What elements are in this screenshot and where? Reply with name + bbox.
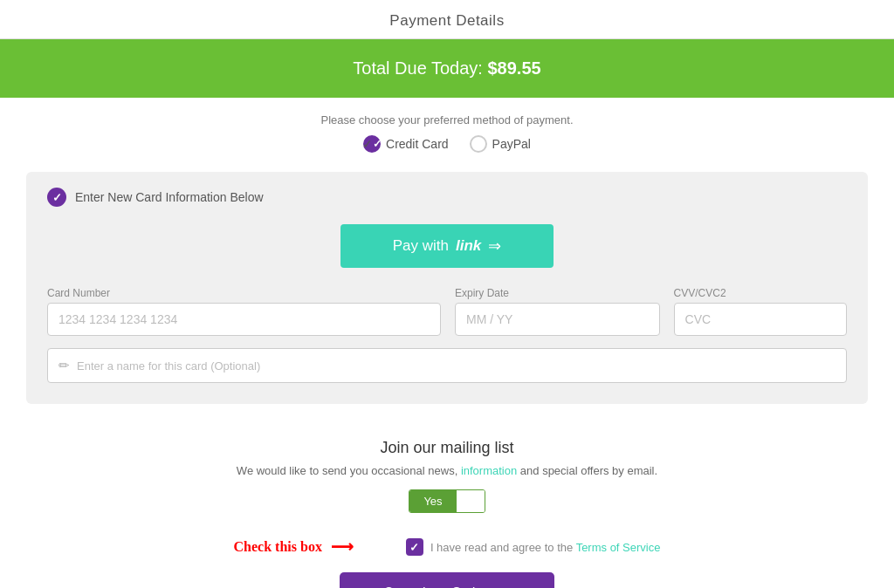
terms-row: Check this box ⟶ ✓ I have read and agree… xyxy=(0,537,894,557)
card-info-header: ✓ Enter New Card Information Below xyxy=(47,188,847,207)
pay-with-link-button[interactable]: Pay with link ⇒ xyxy=(340,224,554,268)
mailing-section: Join our mailing list We would like to s… xyxy=(0,420,894,537)
paypal-option[interactable]: PayPal xyxy=(470,135,531,153)
pay-with-link-container: Pay with link ⇒ xyxy=(47,224,847,268)
mailing-desc-link[interactable]: information xyxy=(461,464,517,477)
card-fields: Card Number Expiry Date CVV/CVC2 xyxy=(47,287,847,336)
terms-checkbox[interactable]: ✓ xyxy=(406,538,423,556)
yes-button[interactable]: Yes xyxy=(409,490,456,512)
payment-method-section: Please choose your preferred method of p… xyxy=(0,98,894,161)
card-info-box: ✓ Enter New Card Information Below Pay w… xyxy=(26,172,868,404)
card-name-input[interactable] xyxy=(77,359,836,373)
page-title: Payment Details xyxy=(0,12,894,30)
mailing-description: We would like to send you occasional new… xyxy=(0,464,894,477)
hint-text: Check this box xyxy=(234,539,322,555)
mailing-desc-part1: We would like to send you occasional new… xyxy=(237,464,457,477)
paypal-radio[interactable] xyxy=(470,135,487,153)
card-number-label: Card Number xyxy=(47,287,441,299)
terms-of-service-link[interactable]: Terms of Service xyxy=(576,541,661,554)
paypal-label: PayPal xyxy=(492,137,531,151)
link-arrow: ⇒ xyxy=(488,236,501,256)
total-banner: Total Due Today: $89.55 xyxy=(0,39,894,98)
total-amount: $89.55 xyxy=(488,58,541,78)
card-number-group: Card Number xyxy=(47,287,441,336)
cvv-input[interactable] xyxy=(674,303,847,336)
terms-text: I have read and agree to the Terms of Se… xyxy=(430,541,661,554)
card-info-label: Enter New Card Information Below xyxy=(75,190,264,204)
mailing-title: Join our mailing list xyxy=(0,439,894,457)
payment-header: Payment Details xyxy=(0,0,894,39)
credit-card-radio[interactable]: ✓ xyxy=(363,135,381,153)
no-button[interactable] xyxy=(457,490,485,512)
payment-options: ✓ Credit Card PayPal xyxy=(0,135,894,153)
cvv-label: CVV/CVC2 xyxy=(674,287,847,299)
card-number-input[interactable] xyxy=(47,303,441,336)
card-name-container: ✏ xyxy=(47,348,847,383)
mailing-desc-part2: and special offers by email. xyxy=(520,464,657,477)
total-label: Total Due Today: xyxy=(353,58,483,78)
check-icon: ✓ xyxy=(47,188,66,207)
expiry-group: Expiry Date xyxy=(455,287,660,336)
complete-order-button[interactable]: Complete Order ✓ xyxy=(340,572,554,588)
expiry-label: Expiry Date xyxy=(455,287,660,299)
credit-card-option[interactable]: ✓ Credit Card xyxy=(363,135,449,153)
payment-prompt: Please choose your preferred method of p… xyxy=(0,113,894,126)
credit-card-label: Credit Card xyxy=(386,137,449,151)
yes-no-toggle[interactable]: Yes xyxy=(409,489,485,513)
pay-with-text: Pay with xyxy=(393,237,449,255)
terms-check-area: ✓ I have read and agree to the Terms of … xyxy=(406,538,661,556)
terms-text-before: I have read and agree to the xyxy=(430,541,573,554)
check-this-box-hint: Check this box ⟶ xyxy=(234,537,354,557)
link-bold-text: link xyxy=(456,237,481,255)
pencil-icon: ✏ xyxy=(58,358,70,373)
hint-arrow: ⟶ xyxy=(331,537,354,557)
cvv-group: CVV/CVC2 xyxy=(674,287,847,336)
expiry-input[interactable] xyxy=(455,303,660,336)
